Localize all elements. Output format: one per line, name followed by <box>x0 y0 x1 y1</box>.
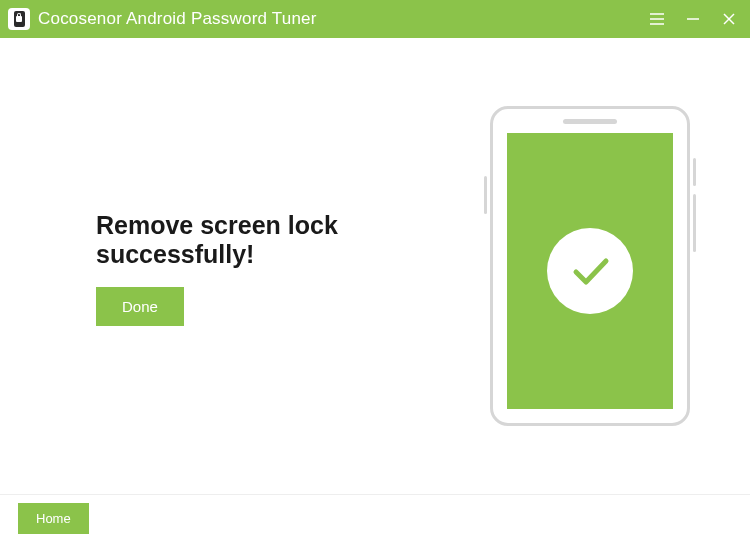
phone-side-button-left <box>484 176 487 214</box>
minimize-button[interactable] <box>684 10 702 28</box>
phone-speaker <box>563 119 617 124</box>
home-button[interactable]: Home <box>18 503 89 534</box>
app-title: Cocosenor Android Password Tuner <box>38 9 317 29</box>
main-content: Remove screen lock successfully! Done <box>0 38 750 494</box>
phone-illustration <box>490 106 690 426</box>
menu-button[interactable] <box>648 10 666 28</box>
success-check-circle <box>547 228 633 314</box>
phone-body <box>490 106 690 426</box>
menu-icon <box>650 13 664 25</box>
phone-side-button-right-2 <box>693 194 696 252</box>
check-icon <box>566 247 614 295</box>
phone-side-button-right-1 <box>693 158 696 186</box>
message-area: Remove screen lock successfully! Done <box>96 207 460 326</box>
phone-screen <box>507 133 673 409</box>
phone-lock-icon <box>14 11 25 27</box>
titlebar: Cocosenor Android Password Tuner <box>0 0 750 38</box>
minimize-icon <box>686 12 700 26</box>
close-icon <box>722 12 736 26</box>
app-icon <box>8 8 30 30</box>
done-button[interactable]: Done <box>96 287 184 326</box>
titlebar-left: Cocosenor Android Password Tuner <box>8 8 317 30</box>
titlebar-controls <box>648 10 738 28</box>
success-heading: Remove screen lock successfully! <box>96 211 460 269</box>
close-button[interactable] <box>720 10 738 28</box>
footer: Home <box>0 494 750 542</box>
